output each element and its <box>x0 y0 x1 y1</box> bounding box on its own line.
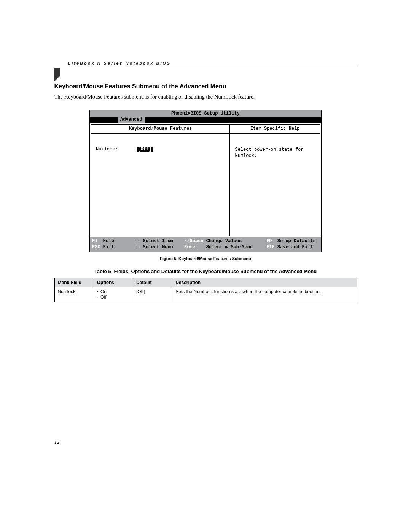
bios-field-row: Numlock: [Off] <box>91 134 229 165</box>
option-off: Off <box>97 294 130 300</box>
th-options: Options <box>94 278 133 287</box>
key-f1: F1 <box>92 238 97 244</box>
label-change-values: Change Values <box>206 238 242 244</box>
bios-field-value: [Off] <box>137 147 153 152</box>
section-intro: The Keyboard/Mouse Features submenu is f… <box>54 93 357 101</box>
key-esc: ESC <box>92 244 100 250</box>
table-header-row: Menu Field Options Default Description <box>54 278 357 287</box>
svg-marker-0 <box>54 68 60 81</box>
document-page: LifeBook N Series Notebook BIOS Keyboard… <box>54 61 357 445</box>
label-save-exit: Save and Exit <box>277 244 313 250</box>
cell-description: Sets the NumLock function state when the… <box>172 287 357 302</box>
cell-default: [Off] <box>133 287 172 302</box>
th-description: Description <box>172 278 357 287</box>
running-header: LifeBook N Series Notebook BIOS <box>68 61 357 67</box>
bios-field-label: Numlock: <box>96 147 134 152</box>
cell-options: On Off <box>94 287 133 302</box>
key-f9: F9 <box>266 238 272 244</box>
label-help: Help <box>103 238 114 244</box>
bios-left-heading: Keyboard/Mouse Features <box>91 125 229 134</box>
bios-tab-advanced: Advanced <box>118 117 145 123</box>
key-minus-space: -/Space <box>184 238 203 244</box>
option-on: On <box>97 289 130 294</box>
cell-menu-field: Numlock: <box>54 287 94 302</box>
th-menu-field: Menu Field <box>54 278 94 287</box>
key-updown: ↑↓ <box>135 238 140 244</box>
label-select-menu: Select Menu <box>143 244 173 250</box>
bios-footer: F1 Help ↑↓ Select Item -/Space Change Va… <box>90 237 321 251</box>
bios-menu-bar: Advanced <box>90 117 321 123</box>
figure-caption: Figure 5. Keyboard/Mouse Features Submen… <box>54 256 357 261</box>
bios-screenshot: PhoenixBIOS Setup Utility Advanced Keybo… <box>89 110 322 252</box>
key-enter: Enter <box>184 244 198 250</box>
bios-right-heading: Item Specific Help <box>230 125 320 134</box>
key-f10: F10 <box>266 244 275 250</box>
label-select-submenu: Select ▶ Sub-Menu <box>206 244 253 250</box>
options-table: Menu Field Options Default Description N… <box>54 278 357 302</box>
section-tab-marker <box>54 68 60 81</box>
page-number: 12 <box>54 439 357 445</box>
key-leftright: ←→ <box>135 244 140 250</box>
bios-help-pane: Item Specific Help Select power-on state… <box>230 124 320 236</box>
bios-help-text: Select power-on state for Numlock. <box>230 134 320 172</box>
table-caption: Table 5: Fields, Options and Defaults fo… <box>54 268 357 274</box>
label-exit: Exit <box>103 244 114 250</box>
bios-title-bar: PhoenixBIOS Setup Utility <box>90 110 321 117</box>
label-select-item: Select Item <box>143 238 173 244</box>
table-row: Numlock: On Off [Off] Sets the NumLock f… <box>54 287 357 302</box>
bios-left-pane: Keyboard/Mouse Features Numlock: [Off] <box>91 124 230 236</box>
label-setup-defaults: Setup Defaults <box>277 238 316 244</box>
th-default: Default <box>133 278 172 287</box>
section-title: Keyboard/Mouse Features Submenu of the A… <box>54 83 357 90</box>
